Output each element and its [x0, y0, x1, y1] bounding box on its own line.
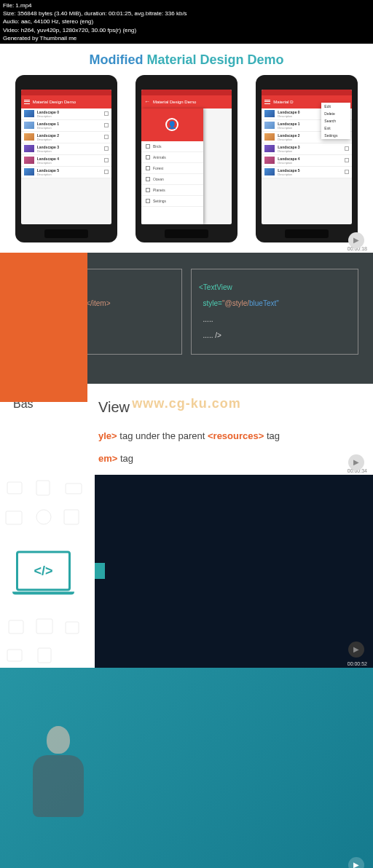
orange-block [0, 253, 87, 402]
overflow-menu: Edit Delete Search Exit Settings [321, 103, 350, 139]
trash-icon [104, 170, 109, 174]
trash-icon [345, 170, 349, 174]
list-item: Landscape 2Description [21, 132, 111, 143]
code-block-right: <TextView style="@style/blueText" ..... … [191, 269, 358, 355]
trash-icon [345, 146, 349, 151]
svg-rect-3 [6, 511, 22, 524]
list-item: Landscape 4Description [21, 155, 111, 167]
trash-icon [104, 146, 109, 151]
svg-point-4 [36, 510, 51, 524]
slide-title: Modified Material Design Demo [0, 52, 373, 68]
list-item: Landscape 1Description [21, 120, 111, 132]
avatar-icon: 👤 [165, 118, 178, 131]
list-item: Landscape 3Description [21, 143, 111, 155]
app-bar: Material Design Demo [21, 95, 111, 108]
svg-rect-7 [36, 619, 52, 634]
play-icon: ▶ [348, 857, 364, 868]
slide-2: "blueText"> e="textColor">#00F</item> <T… [0, 253, 373, 475]
trash-icon [104, 123, 109, 127]
drawer-item: Ocean [141, 174, 203, 185]
person-silhouette [25, 726, 91, 821]
list-view: Landscape 0Description Landscape 1Descri… [21, 108, 111, 224]
svg-rect-9 [7, 650, 22, 661]
drawer-item: Planets [141, 185, 203, 196]
nav-drawer: 👤 Birds Animals Forest Ocean Planets Set… [141, 108, 203, 224]
hamburger-icon [264, 100, 270, 104]
laptop-icon: </> [16, 551, 71, 591]
svg-rect-5 [64, 510, 79, 524]
trash-icon [104, 158, 109, 162]
dark-panel: ▶ 00:00:52 [95, 475, 373, 668]
list-item: Landscape 5Description [21, 167, 111, 178]
drawer-item: Settings [141, 196, 203, 207]
trash-icon [104, 135, 109, 139]
slide-4: ▶ 00:01:10 [0, 668, 373, 868]
list-item: Landscape 4Description [262, 155, 352, 167]
trash-icon [345, 158, 349, 162]
svg-rect-1 [36, 481, 50, 495]
drawer-item: Birds [141, 141, 203, 152]
list-item: Landscape 0Description [21, 108, 111, 120]
timestamp: 00:00:52 [348, 661, 367, 666]
list-item: Landscape 3Description [262, 143, 352, 155]
slide-3: </> ▶ 00:00:52 [0, 475, 373, 668]
app-bar: ← Material Design Demo [141, 95, 232, 108]
bullet-line: cific style property and its value insid… [98, 470, 373, 475]
back-arrow-icon: ← [144, 98, 150, 105]
svg-rect-0 [7, 482, 22, 494]
list-item: Landscape 5Description [262, 167, 352, 178]
bullet-line: em> tag [98, 447, 373, 470]
phone-mockup-2: ← Material Design Demo 👤 Birds Animals F… [136, 75, 237, 242]
file-metadata: File: 1.mp4 Size: 356848 bytes (3.40 MiB… [0, 0, 373, 44]
svg-rect-6 [9, 620, 23, 634]
phone-mockup-3: Material D Edit Delete Search Exit Setti… [256, 75, 358, 242]
svg-rect-2 [66, 484, 82, 494]
drawer-item: Forest [141, 163, 203, 174]
play-icon: ▶ [348, 454, 364, 470]
slide-1: Modified Material Design Demo Material D… [0, 44, 373, 253]
svg-rect-8 [66, 622, 79, 634]
phone-mockup-1: Material Design Demo Landscape 0Descript… [15, 75, 117, 242]
watermark: www.cg-ku.com [132, 396, 240, 411]
play-icon: ▶ [348, 642, 364, 658]
teal-accent [95, 563, 105, 579]
drawer-item: Animals [141, 152, 203, 163]
play-icon: ▶ [348, 232, 364, 248]
bullet-line: yle> tag under the parent <resources> ta… [98, 425, 373, 447]
trash-icon [104, 111, 109, 116]
svg-rect-10 [38, 648, 51, 663]
hamburger-icon [24, 100, 30, 104]
